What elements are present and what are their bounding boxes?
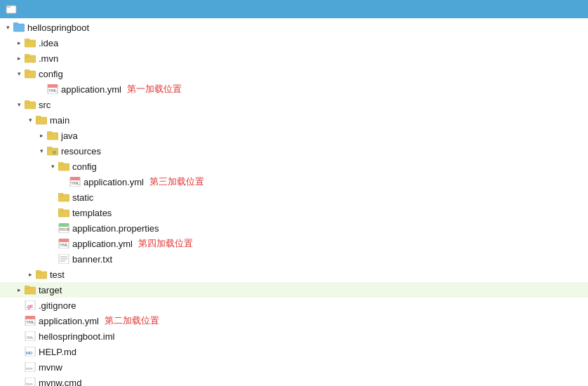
- item-label-resources: resources: [61, 146, 101, 157]
- arrow-gitignore: [14, 300, 24, 310]
- file-icon-gitignore: .git: [24, 300, 36, 311]
- tree-item-res-config[interactable]: ▾config: [0, 159, 588, 174]
- arrow-target: ▸: [14, 285, 24, 295]
- svg-rect-30: [58, 208, 63, 211]
- svg-text:YML: YML: [48, 88, 58, 93]
- svg-text:PROP: PROP: [60, 227, 69, 232]
- tree-item-java[interactable]: ▸java: [0, 128, 588, 143]
- svg-rect-23: [58, 162, 63, 165]
- arrow-root-application-yml: [14, 316, 24, 326]
- item-label-application-properties: application.properties: [72, 223, 159, 234]
- tree-item-application-yml[interactable]: YMLapplication.yml第四加载位置: [0, 236, 588, 251]
- item-label-hellospringboot-iml: hellospringboot.iml: [39, 331, 114, 342]
- item-label-java: java: [61, 131, 78, 141]
- arrow-config-application-yml: [36, 84, 46, 94]
- tree-item-banner-txt[interactable]: banner.txt: [0, 251, 588, 267]
- tree-item-templates[interactable]: templates: [0, 205, 588, 220]
- tree-item-hellospringboot-iml[interactable]: IMLhellospringboot.iml: [0, 328, 588, 344]
- arrow-static: [48, 192, 58, 202]
- tree-item-src[interactable]: ▾src: [0, 97, 588, 112]
- arrow-java: ▸: [36, 131, 46, 140]
- item-label-banner-txt: banner.txt: [72, 254, 112, 265]
- svg-rect-25: [70, 177, 80, 180]
- svg-rect-1: [6, 6, 11, 8]
- file-icon-res-config: [58, 161, 70, 172]
- svg-rect-44: [25, 286, 29, 288]
- svg-rect-28: [58, 193, 63, 196]
- svg-text:R: R: [53, 150, 56, 155]
- arrow-mvn: ▸: [14, 53, 24, 63]
- tree-item-root[interactable]: ▾hellospringboot: [0, 20, 588, 35]
- arrow-test: ▸: [25, 269, 35, 279]
- item-label-test: test: [50, 269, 65, 280]
- svg-text:.git: .git: [26, 304, 32, 310]
- item-label-static: static: [72, 192, 93, 203]
- file-icon-mvnw-cmd: mvn: [24, 377, 36, 386]
- project-icon: [6, 4, 17, 15]
- arrow-resources: ▾: [36, 146, 46, 156]
- tree-item-root-application-yml[interactable]: YMLapplication.yml第二加载位置: [0, 313, 588, 328]
- arrow-res-config-application-yml: [59, 177, 69, 187]
- svg-rect-42: [36, 270, 41, 273]
- tree-item-application-properties[interactable]: PROPapplication.properties: [0, 220, 588, 236]
- item-label-gitignore: .gitignore: [39, 300, 76, 311]
- file-icon-root: [13, 22, 25, 33]
- item-label-config-application-yml: application.yml: [61, 84, 121, 95]
- tree-item-resources[interactable]: ▾Rresources: [0, 143, 588, 159]
- svg-rect-3: [13, 22, 18, 25]
- tree-item-mvn[interactable]: ▸.mvn: [0, 51, 588, 66]
- annotation-root-application-yml: 第二加载位置: [105, 314, 159, 327]
- item-label-target: target: [39, 285, 62, 295]
- svg-rect-18: [47, 131, 52, 134]
- annotation-res-config-application-yml: 第三加载位置: [149, 175, 204, 188]
- svg-rect-5: [25, 39, 29, 41]
- svg-rect-32: [59, 223, 69, 227]
- item-label-config: config: [39, 69, 63, 79]
- arrow-root: ▾: [3, 22, 13, 32]
- arrow-application-yml: [48, 239, 58, 248]
- file-icon-target: [24, 284, 36, 295]
- tree-item-config[interactable]: ▾config: [0, 66, 588, 81]
- file-icon-help-md: MD: [24, 346, 36, 357]
- tree-item-gitignore[interactable]: .git.gitignore: [0, 298, 588, 313]
- arrow-help-md: [14, 347, 24, 357]
- item-label-idea: .idea: [39, 38, 58, 48]
- arrow-idea: ▸: [14, 38, 24, 48]
- svg-text:YML: YML: [71, 181, 80, 185]
- item-label-res-config: config: [72, 161, 97, 172]
- arrow-banner-txt: [48, 254, 58, 264]
- tree-item-target[interactable]: ▸target: [0, 282, 588, 298]
- tree-item-main[interactable]: ▾main: [0, 112, 588, 128]
- svg-text:mvn: mvn: [26, 382, 33, 386]
- svg-text:YML: YML: [26, 320, 35, 324]
- svg-rect-20: [47, 147, 52, 149]
- item-label-templates: templates: [72, 208, 112, 218]
- arrow-mvnw-cmd: [14, 378, 24, 386]
- arrow-main: ▾: [25, 115, 35, 125]
- file-icon-banner-txt: [58, 253, 70, 265]
- file-icon-mvnw: mvn: [24, 361, 36, 373]
- file-icon-java: [46, 130, 59, 141]
- tree-item-idea[interactable]: ▸.idea: [0, 35, 588, 51]
- arrow-res-config: ▾: [48, 161, 58, 171]
- svg-rect-35: [59, 239, 69, 242]
- annotation-config-application-yml: 第一加载位置: [127, 83, 182, 95]
- file-icon-test: [35, 269, 48, 280]
- svg-rect-7: [25, 54, 29, 57]
- tree-item-res-config-application-yml[interactable]: YMLapplication.yml第三加载位置: [0, 174, 588, 189]
- tree-item-mvnw[interactable]: mvnmvnw: [0, 359, 588, 375]
- item-label-main: main: [50, 115, 69, 126]
- tree-item-help-md[interactable]: MDHELP.md: [0, 344, 588, 359]
- file-tree: ▾hellospringboot▸.idea▸.mvn▾configYMLapp…: [0, 18, 588, 386]
- tree-item-mvnw-cmd[interactable]: mvnmvnw.cmd: [0, 375, 588, 386]
- arrow-templates: [48, 208, 58, 218]
- tree-item-config-application-yml[interactable]: YMLapplication.yml第一加载位置: [0, 81, 588, 97]
- file-icon-config: [24, 68, 36, 79]
- svg-text:IML: IML: [27, 335, 34, 340]
- item-label-help-md: HELP.md: [39, 347, 76, 357]
- item-label-root: hellospringboot: [27, 22, 89, 33]
- tree-item-test[interactable]: ▸test: [0, 267, 588, 282]
- tree-item-static[interactable]: static: [0, 189, 588, 205]
- file-icon-src: [24, 99, 36, 110]
- item-label-res-config-application-yml: application.yml: [83, 177, 144, 187]
